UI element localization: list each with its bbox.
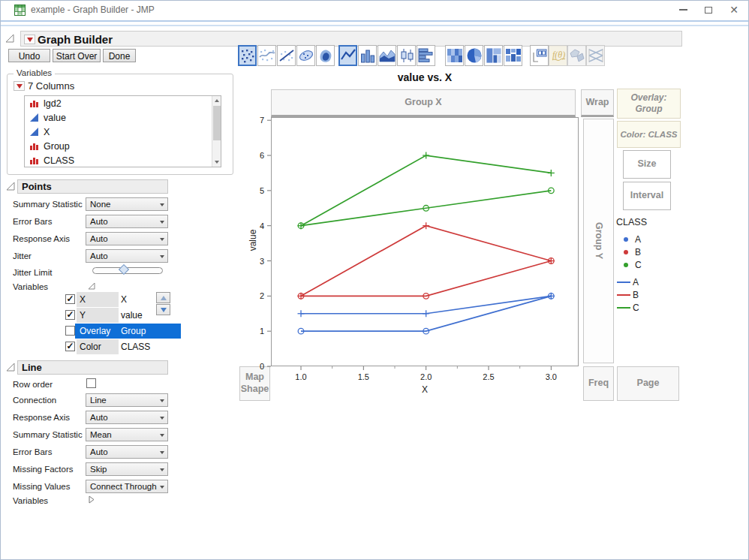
scroll-up-icon[interactable] xyxy=(212,96,221,105)
role-row-color[interactable]: ✓ Color CLASS xyxy=(64,339,182,355)
missing-factors-select[interactable]: Skip xyxy=(86,462,168,476)
role-cell[interactable]: X xyxy=(77,292,119,307)
map-shapes-icon[interactable] xyxy=(567,45,586,66)
pie-icon[interactable] xyxy=(465,45,483,66)
role-value: Group xyxy=(119,324,181,339)
svg-text:1.5: 1.5 xyxy=(358,372,369,381)
chevron-down-icon xyxy=(160,434,164,437)
formula-icon[interactable]: f(θ) xyxy=(549,45,567,66)
role-cell[interactable]: Y xyxy=(77,308,119,323)
drop-zone-overlay[interactable]: Overlay: Group xyxy=(617,89,681,119)
undo-button[interactable]: Undo xyxy=(8,49,50,62)
caption-box-icon[interactable] xyxy=(530,45,549,66)
outline-disclosure-icon[interactable] xyxy=(5,34,14,43)
legend-point-item[interactable]: A xyxy=(616,233,679,246)
checkbox-unchecked[interactable] xyxy=(65,326,75,336)
drop-zone-size[interactable]: Size xyxy=(623,150,671,179)
drop-zone-map-shape[interactable]: Map Shape xyxy=(239,366,270,401)
mosaic-icon[interactable] xyxy=(504,45,522,66)
nominal-column-icon xyxy=(29,141,39,151)
svg-text:6: 6 xyxy=(260,151,264,160)
checkbox-checked[interactable]: ✓ xyxy=(65,310,75,320)
points-icon[interactable] xyxy=(238,45,257,66)
checkbox-checked[interactable]: ✓ xyxy=(65,294,75,304)
drop-zone-color[interactable]: Color: CLASS xyxy=(617,121,681,148)
line-error-bars-select[interactable]: Auto xyxy=(86,445,168,459)
missing-values-select[interactable]: Connect Through xyxy=(86,480,168,493)
error-bars-select[interactable]: Auto xyxy=(86,215,168,228)
drop-zone-wrap[interactable]: Wrap xyxy=(581,89,614,117)
slider-thumb[interactable] xyxy=(119,264,129,275)
points-section-header[interactable]: Points xyxy=(17,179,168,194)
done-button[interactable]: Done xyxy=(103,49,136,62)
columns-red-triangle-icon[interactable] xyxy=(14,81,25,91)
checkbox-checked[interactable]: ✓ xyxy=(65,342,75,351)
list-item[interactable]: value xyxy=(25,110,221,125)
list-item[interactable]: CLASS xyxy=(25,153,221,167)
svg-text:1.0: 1.0 xyxy=(295,372,306,381)
field-label: Response Axis xyxy=(13,413,70,422)
histogram-icon[interactable] xyxy=(417,45,435,66)
scroll-down-icon[interactable] xyxy=(212,158,221,167)
box-plot-icon[interactable] xyxy=(397,45,416,66)
bar-icon[interactable] xyxy=(358,45,377,66)
legend-point-item[interactable]: B xyxy=(616,246,679,259)
chevron-down-icon xyxy=(160,238,164,241)
role-row-overlay[interactable]: Overlay Group xyxy=(64,324,182,339)
role-cell[interactable]: Color xyxy=(77,339,119,354)
treemap-icon[interactable] xyxy=(484,45,503,66)
close-icon[interactable]: ✕ xyxy=(721,1,747,19)
line-summary-statistic-select[interactable]: Mean xyxy=(86,428,168,441)
start-over-button[interactable]: Start Over xyxy=(53,49,101,62)
red-triangle-menu-icon[interactable] xyxy=(24,35,35,44)
row-order-checkbox[interactable] xyxy=(86,378,96,388)
move-up-icon[interactable] xyxy=(156,292,170,303)
contour-icon[interactable] xyxy=(316,45,335,66)
plot-area[interactable]: 012345671.01.52.02.53.0 xyxy=(271,117,579,366)
field-label: Missing Factors xyxy=(13,465,74,474)
list-item[interactable]: X xyxy=(25,125,221,139)
svg-text:5: 5 xyxy=(260,186,264,195)
scrollbar-thumb[interactable] xyxy=(213,106,221,140)
field-label: Jitter Limit xyxy=(13,268,52,277)
minimize-icon[interactable] xyxy=(670,1,696,19)
drop-zone-freq[interactable]: Freq xyxy=(583,366,614,401)
columns-list[interactable]: lgd2 value X Group CLASS xyxy=(24,95,221,167)
summary-statistic-select[interactable]: None xyxy=(86,197,168,211)
line-response-axis-select[interactable]: Auto xyxy=(86,411,168,424)
legend-line-item[interactable]: C xyxy=(616,302,679,315)
jitter-limit-slider[interactable] xyxy=(92,267,163,274)
jitter-select[interactable]: Auto xyxy=(86,249,168,263)
line-variables-disclosure-icon[interactable] xyxy=(89,495,95,504)
ellipse-icon[interactable] xyxy=(296,45,315,66)
list-item[interactable]: Group xyxy=(25,139,221,153)
drop-zone-group-y[interactable]: Group Y xyxy=(583,119,614,363)
line-section-header[interactable]: Line xyxy=(17,360,168,375)
move-down-icon[interactable] xyxy=(156,304,170,315)
line-of-fit-icon[interactable] xyxy=(277,45,296,66)
columns-list-scrollbar[interactable] xyxy=(212,96,221,167)
heatmap-icon[interactable] xyxy=(445,45,464,66)
svg-text:2.5: 2.5 xyxy=(483,372,494,381)
role-value: CLASS xyxy=(121,339,181,354)
response-axis-select[interactable]: Auto xyxy=(86,232,168,245)
field-label: Summary Statistic xyxy=(13,430,83,439)
legend-line-item[interactable]: A xyxy=(616,276,679,289)
drop-zone-interval[interactable]: Interval xyxy=(623,182,671,210)
area-icon[interactable] xyxy=(378,45,396,66)
drop-zone-page[interactable]: Page xyxy=(617,366,679,401)
points-disclosure-icon[interactable] xyxy=(6,182,15,191)
line-disclosure-icon[interactable] xyxy=(6,363,15,372)
maximize-icon[interactable] xyxy=(696,1,721,19)
points-variables-disclosure-icon[interactable] xyxy=(88,282,95,290)
legend-point-item[interactable]: C xyxy=(616,259,679,272)
list-item[interactable]: lgd2 xyxy=(25,96,221,110)
line-icon[interactable] xyxy=(338,45,357,66)
connection-select[interactable]: Line xyxy=(86,393,168,407)
legend-line-item[interactable]: B xyxy=(616,289,679,302)
smoother-icon[interactable] xyxy=(257,45,276,66)
role-cell[interactable]: Overlay xyxy=(75,324,119,339)
parallel-plot-icon[interactable] xyxy=(586,45,605,66)
line-swatch-icon xyxy=(617,282,630,283)
drop-zone-group-x[interactable]: Group X xyxy=(271,89,576,117)
